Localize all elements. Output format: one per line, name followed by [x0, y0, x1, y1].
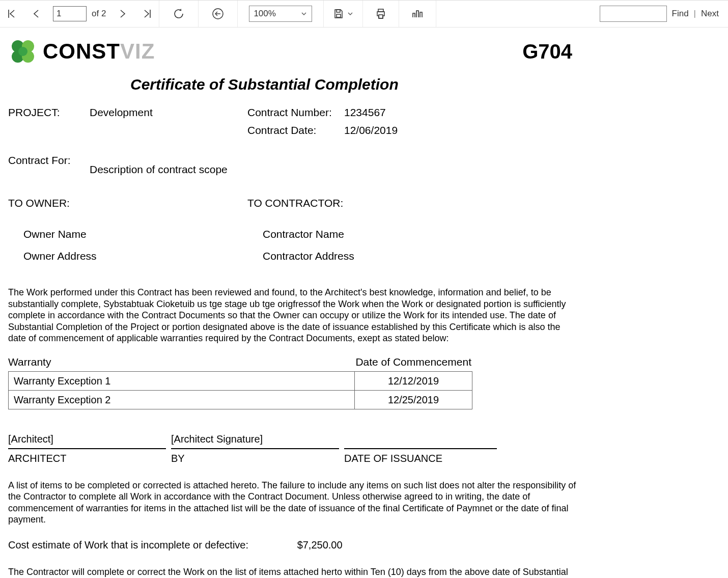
find-input[interactable]: [600, 6, 667, 22]
page-of-label: of 2: [87, 9, 111, 19]
last-page-icon: [142, 9, 152, 19]
warranty-table: Warranty Exception 1 12/12/2019 Warranty…: [8, 371, 472, 409]
bar-chart-icon: [411, 9, 424, 19]
warranty-name: Warranty Exception 2: [9, 390, 355, 409]
completion-paragraph: The Work performed under this Contract h…: [8, 287, 578, 344]
list-paragraph: A list of items to be completed or corre…: [8, 480, 578, 526]
svg-rect-5: [337, 14, 341, 17]
zoom-control: 100%: [238, 6, 323, 22]
page-number-value: 1: [57, 9, 61, 19]
clover-icon: [8, 37, 38, 66]
report-viewer-toolbar: 1 of 2 100%: [0, 0, 728, 27]
form-id: G704: [522, 39, 572, 64]
table-row: Warranty Exception 2 12/25/2019: [9, 390, 472, 409]
contract-date-label: Contract Date:: [247, 124, 344, 136]
contractor-block: TO CONTRACTOR: Contractor Name Contracto…: [247, 197, 720, 272]
export-button[interactable]: [324, 1, 362, 27]
by-value: [Architect Signature]: [171, 433, 339, 446]
arrow-left-circle-icon: [212, 8, 224, 20]
contract-for-label: Contract For:: [8, 154, 90, 176]
contract-date-value: 12/06/2019: [344, 124, 720, 136]
cost-amount: $7,250.00: [297, 539, 343, 551]
date-signature: DATE OF ISSUANCE: [344, 433, 497, 464]
warranty-date: 12/12/2019: [355, 371, 472, 390]
architect-signature: [Architect] ARCHITECT: [8, 433, 166, 464]
parties-section: TO OWNER: Owner Name Owner Address TO CO…: [8, 197, 720, 272]
contractor-name: Contractor Name: [263, 228, 720, 240]
contractor-address: Contractor Address: [263, 250, 720, 262]
first-page-icon: [7, 9, 17, 19]
print-button[interactable]: [363, 1, 399, 27]
contract-number-label: Contract Number:: [247, 106, 344, 119]
contractor-heading: TO CONTRACTOR:: [247, 197, 720, 209]
last-page-button[interactable]: [134, 1, 159, 27]
contract-number-value: 1234567: [344, 106, 720, 119]
svg-rect-4: [337, 10, 340, 12]
warranty-col-date: Date of Commencement: [355, 355, 471, 368]
project-meta: PROJECT: Development Contract Number: 12…: [8, 106, 720, 136]
find-next-button[interactable]: Next: [696, 9, 728, 19]
architect-label: ARCHITECT: [8, 448, 166, 464]
save-icon: [333, 8, 344, 19]
completion-deadline-paragraph: The Contractor will complete or correct …: [8, 566, 578, 578]
chart-button[interactable]: [399, 1, 436, 27]
warranty-date: 12/25/2019: [355, 390, 472, 409]
contract-for-value: Description of contract scope: [90, 154, 720, 176]
project-label: PROJECT:: [8, 106, 90, 119]
back-button[interactable]: [199, 1, 237, 27]
page-number-input[interactable]: 1: [53, 6, 87, 21]
chevron-down-icon: [300, 10, 307, 17]
date-label: DATE OF ISSUANCE: [344, 448, 497, 464]
zoom-value: 100%: [254, 9, 275, 19]
svg-point-12: [18, 47, 27, 56]
contract-for: Contract For: Description of contract sc…: [8, 154, 720, 176]
document-page: CONSTVIZ G704 Certificate of Substantial…: [0, 27, 728, 578]
brand-logo: CONSTVIZ: [8, 37, 155, 66]
find-button[interactable]: Find: [667, 9, 694, 19]
signature-row: [Architect] ARCHITECT [Architect Signatu…: [8, 433, 492, 464]
prev-page-button[interactable]: [24, 1, 48, 27]
first-page-button[interactable]: [0, 1, 24, 27]
warranty-name: Warranty Exception 1: [9, 371, 355, 390]
cost-estimate: Cost estimate of Work that is incomplete…: [8, 539, 720, 551]
brand-name: CONSTVIZ: [43, 39, 155, 64]
cost-label: Cost estimate of Work that is incomplete…: [8, 539, 248, 551]
by-signature: [Architect Signature] BY: [171, 433, 339, 464]
next-page-button[interactable]: [111, 1, 134, 27]
document-title: Certificate of Substantial Completion: [130, 75, 720, 94]
print-icon: [375, 8, 386, 19]
refresh-icon: [173, 8, 185, 20]
project-value: Development: [90, 106, 247, 119]
refresh-button[interactable]: [159, 1, 198, 27]
owner-block: TO OWNER: Owner Name Owner Address: [8, 197, 247, 272]
owner-heading: TO OWNER:: [8, 197, 247, 209]
chevron-down-icon: [347, 11, 353, 17]
chevron-right-icon: [118, 9, 127, 19]
svg-rect-7: [379, 15, 383, 18]
owner-name: Owner Name: [23, 228, 247, 240]
date-value: [344, 433, 497, 446]
chevron-left-icon: [32, 9, 41, 19]
by-label: BY: [171, 448, 339, 464]
architect-value: [Architect]: [8, 433, 166, 446]
warranty-table-header: Warranty Date of Commencement: [8, 355, 478, 371]
zoom-dropdown[interactable]: 100%: [249, 6, 312, 22]
warranty-col-name: Warranty: [8, 355, 51, 368]
table-row: Warranty Exception 1 12/12/2019: [9, 371, 472, 390]
owner-address: Owner Address: [23, 250, 247, 262]
